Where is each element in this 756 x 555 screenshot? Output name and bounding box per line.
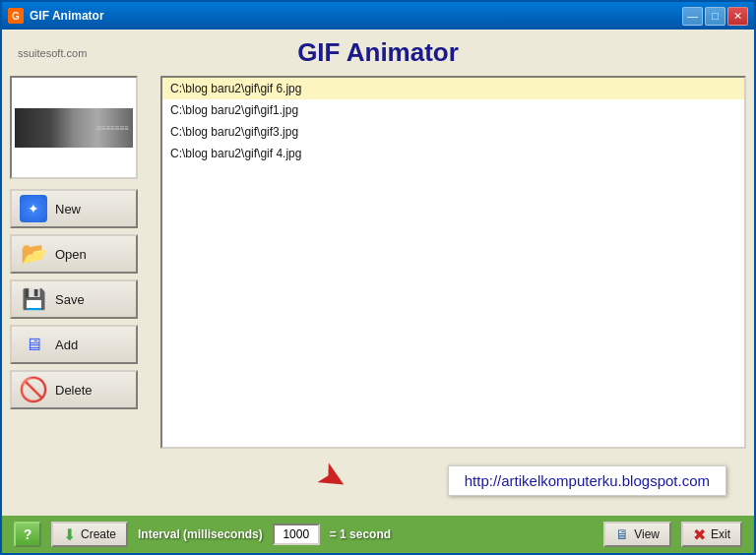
arrow-icon: ➤ xyxy=(310,452,356,502)
app-icon: G xyxy=(8,8,24,24)
new-icon: ✦ xyxy=(20,195,47,222)
content-area: ✦ New 📂 Open 💾 Save 🖥 Add xyxy=(2,76,754,516)
left-panel: ✦ New 📂 Open 💾 Save 🖥 Add xyxy=(10,76,153,508)
file-item[interactable]: C:\blog baru2\gif\gif 6.jpg xyxy=(162,78,744,99)
new-button[interactable]: ✦ New xyxy=(10,189,138,228)
save-button[interactable]: 💾 Save xyxy=(10,279,138,319)
exit-button[interactable]: ✖ Exit xyxy=(681,522,742,547)
watermark-url: http://artikelkomputerku.blogspot.com xyxy=(448,465,726,496)
add-label: Add xyxy=(55,338,78,352)
create-button[interactable]: ⬇ Create xyxy=(51,522,128,547)
create-label: Create xyxy=(81,527,116,541)
view-label: View xyxy=(634,527,660,541)
interval-label: Interval (milliseconds) xyxy=(138,527,263,541)
delete-label: Delete xyxy=(55,383,93,398)
view-button[interactable]: 🖥 View xyxy=(603,522,671,547)
right-panel: C:\blog baru2\gif\gif 6.jpgC:\blog baru2… xyxy=(160,76,746,508)
view-icon: 🖥 xyxy=(615,526,629,542)
file-list[interactable]: C:\blog baru2\gif\gif 6.jpgC:\blog baru2… xyxy=(160,76,746,449)
app-header: ssuitesoft.com GIF Animator xyxy=(2,30,754,76)
add-button[interactable]: 🖥 Add xyxy=(10,325,138,364)
interval-input[interactable] xyxy=(273,524,320,545)
preview-image xyxy=(15,108,133,148)
file-item[interactable]: C:\blog baru2\gif\gif3.jpg xyxy=(162,121,744,143)
exit-label: Exit xyxy=(711,527,730,541)
main-content: ssuitesoft.com GIF Animator ✦ New xyxy=(2,30,754,516)
close-button[interactable]: ✕ xyxy=(727,7,748,26)
open-icon: 📂 xyxy=(20,240,47,268)
logo-text: ssuitesoft.com xyxy=(18,47,161,59)
exit-icon: ✖ xyxy=(693,525,706,544)
file-item[interactable]: C:\blog baru2\gif\gif1.jpg xyxy=(162,99,744,121)
minimize-button[interactable]: — xyxy=(682,7,703,26)
app-title: GIF Animator xyxy=(161,37,594,68)
open-label: Open xyxy=(55,247,87,262)
delete-button[interactable]: 🚫 Delete xyxy=(10,370,138,409)
save-label: Save xyxy=(55,292,85,307)
bottom-bar: ? ⬇ Create Interval (milliseconds) = 1 s… xyxy=(2,516,754,553)
preview-box xyxy=(10,76,138,179)
second-label: = 1 second xyxy=(330,527,391,541)
file-item[interactable]: C:\blog baru2\gif\gif 4.jpg xyxy=(162,143,744,164)
main-window: G GIF Animator — □ ✕ ssuitesoft.com GIF … xyxy=(0,0,756,555)
watermark-area: ➤ http://artikelkomputerku.blogspot.com xyxy=(160,449,746,508)
help-button[interactable]: ? xyxy=(14,522,41,547)
maximize-button[interactable]: □ xyxy=(705,7,725,26)
window-controls: — □ ✕ xyxy=(682,7,748,26)
save-icon: 💾 xyxy=(20,285,47,313)
sidebar-buttons: ✦ New 📂 Open 💾 Save 🖥 Add xyxy=(10,185,153,409)
window-title: GIF Animator xyxy=(30,9,682,23)
delete-icon: 🚫 xyxy=(20,376,47,403)
open-button[interactable]: 📂 Open xyxy=(10,234,138,274)
titlebar: G GIF Animator — □ ✕ xyxy=(2,2,754,30)
add-icon: 🖥 xyxy=(20,331,47,358)
new-label: New xyxy=(55,202,81,216)
create-icon: ⬇ xyxy=(63,525,76,544)
